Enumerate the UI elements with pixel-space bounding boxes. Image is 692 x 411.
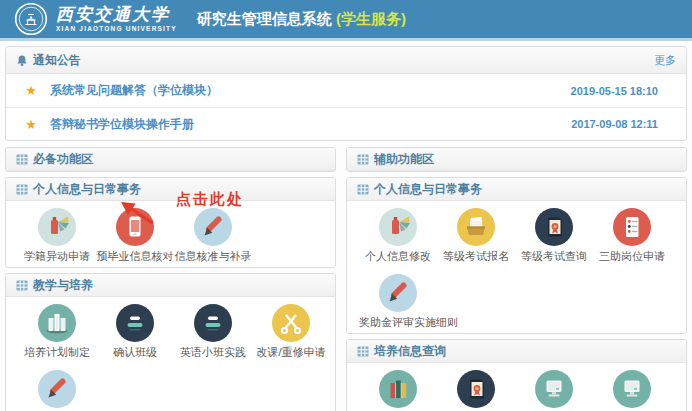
app-item[interactable]: 学籍异动申请	[18, 208, 96, 264]
pencil-icon	[379, 274, 417, 312]
university-name: 西安交通大学 XIAN JIAOTONG UNIVERSITY	[56, 6, 177, 32]
app-item[interactable]: 确认班级	[96, 304, 174, 360]
app-icon-row: 个人信息修改等级考试报名等级考试查询三助岗位申请	[347, 201, 686, 267]
books-icon	[379, 370, 417, 408]
panel-title: 教学与培养	[33, 277, 93, 294]
bell-icon	[16, 54, 28, 67]
app-item[interactable]: 培养计划制定	[18, 304, 96, 360]
app-item[interactable]: 预毕业信息核对	[96, 208, 174, 264]
app-item[interactable]: 改课/重修申请	[252, 304, 330, 360]
panel-header-personal-info-left[interactable]: 个人信息与日常事务	[6, 178, 335, 201]
panel-personal-info-right: 个人信息与日常事务 个人信息修改等级考试报名等级考试查询三助岗位申请 奖助金评审…	[346, 177, 687, 334]
panel-header-personal-info-right[interactable]: 个人信息与日常事务	[347, 178, 686, 201]
university-seal-logo	[14, 2, 48, 36]
panel-header-training-info-query[interactable]: 培养信息查询	[347, 340, 686, 363]
panel-essential-functions: 必备功能区	[5, 147, 336, 172]
university-name-en: XIAN JIAOTONG UNIVERSITY	[56, 25, 177, 32]
app-item[interactable]: 全校课程目录	[515, 370, 593, 411]
panel-header-essential-functions[interactable]: 必备功能区	[6, 148, 335, 171]
spray-swatches-icon	[379, 208, 417, 246]
panel-title: 辅助功能区	[374, 151, 434, 168]
notice-panel: 通知公告 更多 ★ 系统常见问题解答（学位模块） 2019-05-15 18:1…	[5, 46, 687, 141]
form-lines-icon	[116, 304, 154, 342]
app-icon-row: 培养计划制定确认班级英语小班实践改课/重修申请	[6, 297, 335, 363]
grid-icon	[16, 184, 28, 195]
app-item-label: 改课/重修申请	[252, 345, 330, 360]
panel-header-teaching-training[interactable]: 教学与培养	[6, 274, 335, 297]
certificate-icon	[535, 208, 573, 246]
star-icon: ★	[24, 117, 38, 132]
app-item[interactable]: 全校课表	[593, 370, 671, 411]
app-icon-row: 本研成绩自转	[6, 363, 335, 411]
app-item-label: 三助岗位申请	[593, 249, 671, 264]
notice-date: 2017-09-08 12:11	[571, 118, 658, 130]
pencil-icon	[194, 208, 232, 246]
app-item[interactable]: 学科适用方案	[359, 370, 437, 411]
panel-title: 必备功能区	[33, 151, 93, 168]
notice-more-link[interactable]: 更多	[654, 53, 676, 68]
panel-header-auxiliary-functions[interactable]: 辅助功能区	[347, 148, 686, 171]
grid-icon	[357, 346, 369, 357]
inbox-tray-icon	[457, 208, 495, 246]
panel-auxiliary-functions: 辅助功能区	[346, 147, 687, 172]
app-item-label: 预毕业信息核对	[96, 249, 174, 264]
form-lines-icon	[194, 304, 232, 342]
system-subtitle: (学生服务)	[336, 10, 406, 27]
app-icon-row: 学科适用方案全校培养方案全校课程目录全校课表	[347, 363, 686, 411]
app-item[interactable]: 等级考试报名	[437, 208, 515, 264]
spray-swatches-icon	[38, 208, 76, 246]
university-name-cn: 西安交通大学	[56, 6, 177, 23]
app-icon-row: 奖助金评审实施细则	[347, 267, 686, 333]
grid-icon	[357, 184, 369, 195]
app-item-label: 等级考试查询	[515, 249, 593, 264]
app-item-label: 培养计划制定	[18, 345, 96, 360]
app-item-label: 奖助金评审实施细则	[359, 315, 437, 330]
panel-title: 培养信息查询	[374, 343, 446, 360]
notice-link[interactable]: 系统常见问题解答（学位模块）	[50, 82, 218, 99]
main-area: 必备功能区 个人信息与日常事务 学籍异动申请预毕业信息核对信息核准与补录 教学与…	[0, 147, 692, 411]
monitor-icon	[535, 370, 573, 408]
left-column: 必备功能区 个人信息与日常事务 学籍异动申请预毕业信息核对信息核准与补录 教学与…	[5, 147, 336, 411]
notice-link[interactable]: 答辩秘书学位模块操作手册	[50, 116, 194, 133]
grid-icon	[357, 154, 369, 165]
system-title: 研究生管理信息系统 (学生服务)	[197, 10, 406, 29]
notice-date: 2019-05-15 18:10	[571, 85, 658, 97]
app-item[interactable]: 三助岗位申请	[593, 208, 671, 264]
panel-personal-info-left: 个人信息与日常事务 学籍异动申请预毕业信息核对信息核准与补录	[5, 177, 336, 268]
app-item[interactable]: 信息核准与补录	[174, 208, 252, 264]
document-icon	[613, 208, 651, 246]
app-item-label: 等级考试报名	[437, 249, 515, 264]
system-title-text: 研究生管理信息系统	[197, 10, 332, 27]
grid-icon	[16, 154, 28, 165]
app-item[interactable]: 英语小班实践	[174, 304, 252, 360]
app-icon-row: 学籍异动申请预毕业信息核对信息核准与补录	[6, 201, 335, 267]
panel-training-info-query: 培养信息查询 学科适用方案全校培养方案全校课程目录全校课表	[346, 339, 687, 411]
certificate-icon	[457, 370, 495, 408]
notice-list: ★ 系统常见问题解答（学位模块） 2019-05-15 18:10 ★ 答辩秘书…	[6, 74, 686, 140]
app-item[interactable]: 等级考试查询	[515, 208, 593, 264]
panel-title: 个人信息与日常事务	[374, 181, 482, 198]
scissors-icon	[272, 304, 310, 342]
smartphone-icon	[116, 208, 154, 246]
app-item[interactable]: 全校培养方案	[437, 370, 515, 411]
notice-panel-header: 通知公告 更多	[6, 47, 686, 74]
panel-teaching-training: 教学与培养 培养计划制定确认班级英语小班实践改课/重修申请 本研成绩自转	[5, 273, 336, 411]
notice-row: ★ 答辩秘书学位模块操作手册 2017-09-08 12:11	[6, 107, 686, 140]
notice-row: ★ 系统常见问题解答（学位模块） 2019-05-15 18:10	[6, 74, 686, 107]
monitor-icon	[613, 370, 651, 408]
app-item-label: 英语小班实践	[174, 345, 252, 360]
app-item[interactable]: 个人信息修改	[359, 208, 437, 264]
buildings-icon	[38, 304, 76, 342]
app-item-label: 个人信息修改	[359, 249, 437, 264]
app-item[interactable]: 本研成绩自转	[18, 370, 96, 411]
star-icon: ★	[24, 83, 38, 98]
pencil-icon	[38, 370, 76, 408]
app-item-label: 确认班级	[96, 345, 174, 360]
notice-panel-title: 通知公告	[33, 52, 81, 69]
grid-icon	[16, 280, 28, 291]
app-item-label: 信息核准与补录	[174, 249, 252, 264]
panel-title: 个人信息与日常事务	[33, 181, 141, 198]
app-item-label: 学籍异动申请	[18, 249, 96, 264]
page: 西安交通大学 XIAN JIAOTONG UNIVERSITY 研究生管理信息系…	[0, 0, 692, 411]
app-item[interactable]: 奖助金评审实施细则	[359, 274, 437, 330]
